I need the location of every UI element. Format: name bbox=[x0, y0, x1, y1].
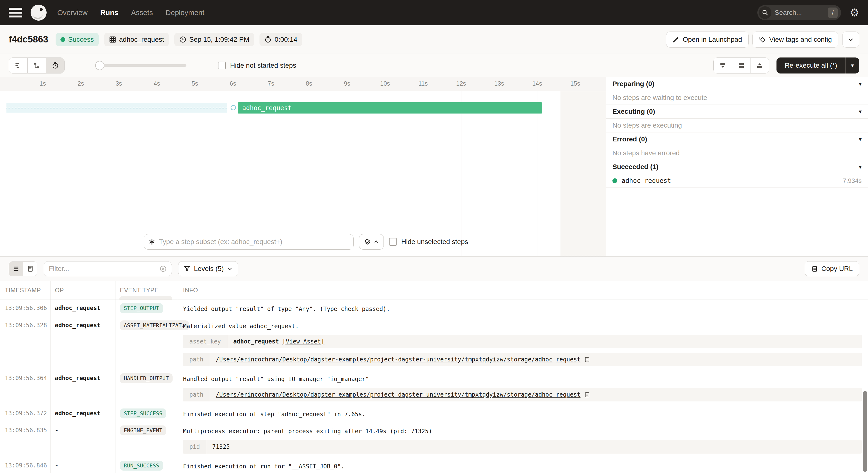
step-subset-input[interactable] bbox=[159, 238, 349, 246]
event-type-pill: HANDLED_OUTPUT bbox=[120, 373, 173, 383]
view-tags-config-button[interactable]: View tags and config bbox=[752, 32, 838, 47]
log-structured-view-button[interactable] bbox=[9, 262, 23, 276]
status-badge: Success bbox=[56, 33, 99, 46]
caret-down-icon[interactable]: ▾ bbox=[859, 80, 862, 87]
hide-not-started-checkbox[interactable] bbox=[218, 62, 226, 69]
chevron-down-icon bbox=[227, 266, 232, 271]
search-box[interactable]: / bbox=[757, 5, 841, 20]
gantt-chart: 1s2s3s4s5s6s7s8s9s10s11s12s13s14s15s adh… bbox=[0, 77, 606, 257]
section-errored-empty: No steps have errored bbox=[606, 146, 868, 160]
tag-icon bbox=[759, 36, 766, 43]
section-succeeded-header[interactable]: Succeeded (1) ▾ bbox=[606, 160, 868, 174]
section-preparing-empty: No steps are waiting to execute bbox=[606, 91, 868, 105]
axis-tick: 7s bbox=[268, 80, 274, 87]
gantt-axis: 1s2s3s4s5s6s7s8s9s10s11s12s13s14s15s bbox=[0, 77, 606, 91]
copy-path-icon[interactable] bbox=[584, 392, 590, 398]
log-filter-input[interactable] bbox=[49, 265, 159, 273]
view-mode-flat-button[interactable] bbox=[9, 58, 27, 73]
axis-tick: 5s bbox=[192, 80, 198, 87]
copy-path-icon[interactable] bbox=[584, 356, 590, 363]
levels-filter-button[interactable]: Levels (5) bbox=[178, 261, 238, 276]
caret-down-icon[interactable]: ▾ bbox=[859, 136, 862, 143]
log-row[interactable]: 13:09:56.835 - ENGINE_EVENT Multiprocess… bbox=[0, 422, 868, 457]
path-link[interactable]: /Users/erincochran/Desktop/dagster-examp… bbox=[216, 391, 581, 398]
menu-icon[interactable] bbox=[9, 8, 22, 18]
hide-unselected-checkbox[interactable] bbox=[389, 238, 397, 246]
nav-item-runs[interactable]: Runs bbox=[100, 8, 119, 17]
view-asset-link[interactable]: [View Asset] bbox=[282, 338, 324, 345]
axis-tick: 15s bbox=[570, 80, 580, 87]
clock-icon bbox=[179, 36, 186, 43]
gridline bbox=[309, 91, 309, 257]
hide-not-started-label: Hide not started steps bbox=[218, 62, 296, 69]
axis-tick: 4s bbox=[154, 80, 160, 87]
event-type-pill: STEP_SUCCESS bbox=[120, 408, 166, 418]
vertical-scrollbar[interactable] bbox=[863, 391, 867, 472]
log-row[interactable]: 13:09:56.328 adhoc_request ASSET_MATERIA… bbox=[0, 317, 868, 370]
hide-unselected-label: Hide unselected steps bbox=[389, 238, 468, 246]
axis-tick: 1s bbox=[39, 80, 46, 87]
log-raw-view-button[interactable] bbox=[23, 262, 37, 276]
re-execute-button[interactable]: Re-execute all (*) ▾ bbox=[776, 58, 859, 73]
panel-split-button[interactable] bbox=[732, 58, 750, 73]
search-shortcut-key: / bbox=[828, 7, 837, 18]
op-selector-icon bbox=[148, 238, 156, 245]
gear-icon[interactable]: ⚙ bbox=[850, 7, 859, 18]
section-errored-header[interactable]: Errored (0) ▾ bbox=[606, 132, 868, 146]
axis-tick: 12s bbox=[456, 80, 466, 87]
search-input[interactable] bbox=[775, 9, 828, 16]
open-in-launchpad-button[interactable]: Open in Launchpad bbox=[666, 32, 749, 47]
nav-item-overview[interactable]: Overview bbox=[57, 8, 88, 17]
funnel-icon bbox=[184, 265, 190, 272]
view-mode-timed-button[interactable] bbox=[46, 58, 64, 73]
path-box: path /Users/erincochran/Desktop/dagster-… bbox=[183, 388, 862, 401]
gantt-toolbar: Hide not started steps Re-execute all (*… bbox=[0, 54, 868, 77]
dock-top-icon bbox=[756, 62, 764, 69]
caret-down-icon[interactable]: ▾ bbox=[859, 164, 862, 170]
split-panels-icon bbox=[738, 62, 745, 69]
log-row[interactable]: 13:09:56.364 adhoc_request HANDLED_OUTPU… bbox=[0, 370, 868, 405]
clear-filter-icon[interactable] bbox=[159, 265, 167, 272]
log-row[interactable]: 13:09:56.372 adhoc_request STEP_SUCCESS … bbox=[0, 405, 868, 422]
dagster-logo-icon[interactable] bbox=[31, 5, 46, 21]
col-header-timestamp: TIMESTAMP bbox=[0, 287, 51, 294]
gantt-step-bar[interactable]: adhoc_request bbox=[238, 102, 542, 113]
gridline bbox=[385, 91, 385, 257]
subset-apply-button[interactable] bbox=[359, 234, 384, 249]
axis-tick: 14s bbox=[532, 80, 542, 87]
slider-handle[interactable] bbox=[95, 61, 104, 70]
gantt-zoom-slider[interactable] bbox=[96, 64, 186, 67]
run-actions-dropdown-button[interactable] bbox=[842, 32, 859, 47]
nav-item-deployment[interactable]: Deployment bbox=[165, 8, 205, 17]
path-link[interactable]: /Users/erincochran/Desktop/dagster-examp… bbox=[216, 356, 581, 363]
nav-item-assets[interactable]: Assets bbox=[131, 8, 153, 17]
copy-url-button[interactable]: Copy URL bbox=[805, 261, 859, 276]
log-row[interactable]: 13:09:56.306 adhoc_request STEP_OUTPUT Y… bbox=[0, 300, 868, 317]
dagster-run-page: Overview Runs Assets Deployment / ⚙ f4dc… bbox=[0, 0, 868, 473]
col-header-info: INFO bbox=[178, 287, 868, 294]
search-icon bbox=[759, 6, 771, 19]
gridline bbox=[271, 91, 271, 257]
caret-down-icon[interactable]: ▾ bbox=[859, 108, 862, 115]
re-execute-caret-icon[interactable]: ▾ bbox=[845, 58, 859, 73]
path-box: path /Users/erincochran/Desktop/dagster-… bbox=[183, 353, 862, 366]
gridline bbox=[537, 91, 537, 257]
chevron-down-icon bbox=[847, 36, 854, 43]
event-type-pill: STEP_OUTPUT bbox=[120, 303, 163, 313]
scrolled-row-fragment bbox=[119, 296, 172, 300]
job-grid-icon bbox=[109, 36, 116, 43]
step-subset-row: Hide unselected steps bbox=[144, 234, 468, 249]
section-executing-header[interactable]: Executing (0) ▾ bbox=[606, 105, 868, 119]
waterfall-icon bbox=[33, 62, 40, 69]
panel-top-button[interactable] bbox=[750, 58, 769, 73]
gridline bbox=[43, 91, 43, 257]
list-icon bbox=[12, 265, 20, 272]
succeeded-step-row[interactable]: adhoc_request 7.934s bbox=[606, 174, 868, 188]
step-subset-box bbox=[144, 234, 354, 249]
section-preparing-header[interactable]: Preparing (0) ▾ bbox=[606, 77, 868, 91]
axis-tick: 6s bbox=[229, 80, 236, 87]
job-chip[interactable]: adhoc_request bbox=[104, 33, 169, 46]
view-mode-waterfall-button[interactable] bbox=[27, 58, 46, 73]
panel-bottom-button[interactable] bbox=[714, 58, 732, 73]
log-row[interactable]: 13:09:56.846 - RUN_SUCCESS Finished exec… bbox=[0, 457, 868, 473]
